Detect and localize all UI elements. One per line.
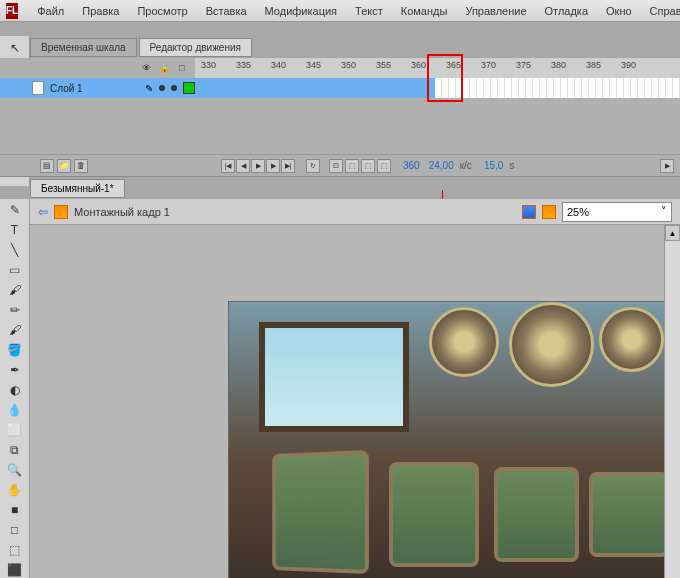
frame-cell[interactable] [659,78,666,98]
frame-cell[interactable] [666,78,673,98]
menu-Справка[interactable]: Справка [641,5,680,17]
first-frame-button[interactable]: |◀ [221,159,235,173]
frame-cell[interactable] [645,78,652,98]
menu-Команды[interactable]: Команды [392,5,457,17]
scroll-up-icon[interactable]: ▲ [665,225,680,241]
frame-cell[interactable] [575,78,582,98]
menu-Текст[interactable]: Текст [346,5,392,17]
main-tool-18[interactable]: ⬛ [4,560,26,578]
scene-name-label[interactable]: Монтажный кадр 1 [74,206,516,218]
frame-cell[interactable] [505,78,512,98]
frame-cell[interactable] [596,78,603,98]
play-button[interactable]: ▶ [251,159,265,173]
menu-Отладка[interactable]: Отладка [536,5,597,17]
lock-dot[interactable] [171,85,177,91]
frame-cell[interactable] [540,78,547,98]
canvas-image[interactable] [228,301,680,578]
frame-cell[interactable] [610,78,617,98]
frame-cell[interactable] [477,78,484,98]
main-tool-6[interactable]: 🖌 [4,321,26,340]
layer-row[interactable]: Слой 1 ✎ [0,78,680,98]
stage-canvas[interactable] [30,225,680,578]
edit-symbols-icon[interactable] [542,205,556,219]
zoom-select[interactable]: 25% ˅ [562,202,672,222]
frame-cell[interactable] [484,78,491,98]
lock-icon[interactable]: 🔒 [159,63,169,73]
menu-Управление[interactable]: Управление [456,5,535,17]
frame-cell[interactable] [435,78,442,98]
visibility-dot[interactable] [159,85,165,91]
back-arrow-icon[interactable]: ⇦ [38,205,48,219]
onion-skin-icon[interactable]: ⬚ [345,159,359,173]
eye-icon[interactable]: 👁 [141,63,151,73]
main-tool-3[interactable]: ▭ [4,261,26,280]
scroll-right-icon[interactable]: ▶ [660,159,674,173]
fps-value[interactable]: 24,00 [429,160,454,171]
main-tool-0[interactable]: ✎ [4,201,26,220]
top-tool-0[interactable]: ↖ [4,38,26,58]
frame-cell[interactable] [512,78,519,98]
frame-cell[interactable] [631,78,638,98]
menu-Модификация[interactable]: Модификация [256,5,347,17]
frame-cell[interactable] [589,78,596,98]
menu-Вставка[interactable]: Вставка [197,5,256,17]
frame-cell[interactable] [463,78,470,98]
menu-Файл[interactable]: Файл [28,5,73,17]
new-folder-icon[interactable]: 📁 [57,159,71,173]
new-layer-icon[interactable]: ▤ [40,159,54,173]
frame-cell[interactable] [603,78,610,98]
main-tool-2[interactable]: ╲ [4,241,26,260]
frame-cell[interactable] [652,78,659,98]
loop-button[interactable]: ↻ [306,159,320,173]
frame-cell[interactable] [561,78,568,98]
frame-cell[interactable] [449,78,456,98]
main-tool-11[interactable]: ⬜ [4,420,26,439]
main-tool-12[interactable]: ⧉ [4,440,26,459]
last-frame-button[interactable]: ▶| [281,159,295,173]
frame-cell[interactable] [519,78,526,98]
main-tool-17[interactable]: ⬚ [4,540,26,559]
document-tab[interactable]: Безымянный-1* [30,179,125,198]
main-tool-10[interactable]: 💧 [4,401,26,420]
outline-icon[interactable]: □ [177,63,187,73]
prev-frame-button[interactable]: ◀ [236,159,250,173]
onion-outline-icon[interactable]: ⬚ [361,159,375,173]
frame-cell[interactable] [568,78,575,98]
main-tool-5[interactable]: ✏ [4,301,26,320]
layer-color-swatch[interactable] [183,82,195,94]
main-tool-16[interactable]: □ [4,520,26,539]
tab-motion-editor[interactable]: Редактор движения [139,38,252,57]
frame-cell[interactable] [617,78,624,98]
frame-cell[interactable] [526,78,533,98]
frame-cell[interactable] [491,78,498,98]
frame-cell[interactable] [533,78,540,98]
frame-cell[interactable] [673,78,680,98]
frame-cell[interactable] [498,78,505,98]
frame-cell[interactable] [554,78,561,98]
main-tool-14[interactable]: ✋ [4,480,26,499]
main-tool-4[interactable]: 🖌 [4,281,26,300]
main-tool-7[interactable]: 🪣 [4,341,26,360]
current-frame-value[interactable]: 360 [403,160,420,171]
frame-cell[interactable] [582,78,589,98]
edit-scene-icon[interactable] [522,205,536,219]
frame-cell[interactable] [624,78,631,98]
menu-Просмотр[interactable]: Просмотр [128,5,196,17]
frame-cell[interactable] [442,78,449,98]
main-tool-15[interactable]: ■ [4,500,26,519]
vertical-scrollbar[interactable]: ▲ [664,225,680,578]
frames-track[interactable] [195,78,680,98]
tab-timeline[interactable]: Временная шкала [30,38,137,57]
next-frame-button[interactable]: ▶ [266,159,280,173]
frame-ruler[interactable]: 330335340345350355360365370375380385390 [195,58,680,78]
main-tool-9[interactable]: ◐ [4,381,26,400]
main-tool-1[interactable]: T [4,221,26,240]
delete-layer-icon[interactable]: 🗑 [74,159,88,173]
menu-Правка[interactable]: Правка [73,5,128,17]
menu-Окно[interactable]: Окно [597,5,641,17]
layer-name-label[interactable]: Слой 1 [50,83,139,94]
main-tool-8[interactable]: ✒ [4,361,26,380]
main-tool-13[interactable]: 🔍 [4,460,26,479]
edit-multiple-icon[interactable]: ⬚ [377,159,391,173]
center-frame-icon[interactable]: ⊡ [329,159,343,173]
